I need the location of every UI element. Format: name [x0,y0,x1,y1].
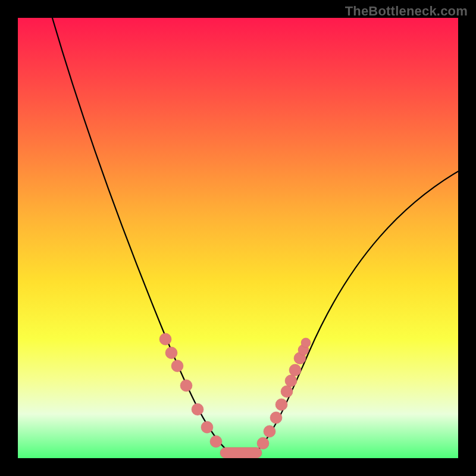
bottleneck-curve [18,18,458,458]
marker-dot [281,386,293,397]
plot-area [18,18,458,458]
marker-dot [285,375,297,387]
marker-dot [192,403,203,415]
marker-dot [301,338,311,347]
marker-dot [171,360,183,372]
bottom-blob [220,447,262,458]
curve-left-branch [51,18,229,452]
marker-dot [159,333,171,345]
outer-frame: TheBottleneck.com [0,0,476,476]
marker-dot [275,399,287,411]
marker-dot [165,347,177,359]
marker-dot [264,425,275,437]
marker-dot [257,437,269,449]
marker-dot [180,380,192,392]
marker-dot [289,364,301,376]
watermark-text: TheBottleneck.com [345,4,468,19]
marker-dot [201,421,213,433]
curve-right-branch [256,170,458,452]
marker-dot [210,436,222,447]
marker-dot [270,412,282,424]
